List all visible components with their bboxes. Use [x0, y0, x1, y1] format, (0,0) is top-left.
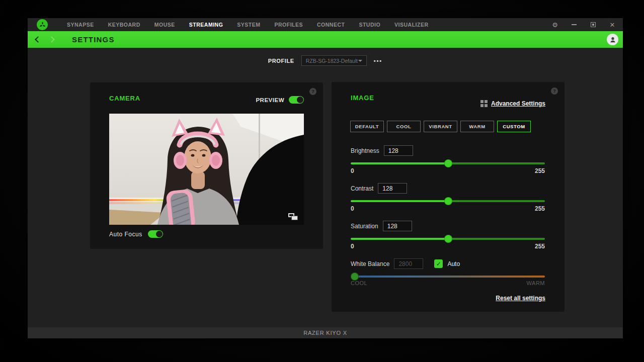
contrast-input[interactable]: [378, 183, 407, 194]
white-balance-input[interactable]: [394, 258, 423, 269]
saturation-row: Saturation: [351, 221, 412, 231]
page-title: SETTINGS: [72, 35, 115, 44]
preset-custom-button[interactable]: CUSTOM: [497, 121, 531, 132]
saturation-range: 0 255: [351, 243, 545, 250]
close-icon[interactable]: ✕: [609, 21, 616, 28]
minimize-icon[interactable]: [571, 21, 578, 28]
saturation-label: Saturation: [351, 223, 378, 230]
profile-row: PROFILE RZB-SG-1823-Default •••: [28, 55, 623, 66]
slider-knob[interactable]: [351, 273, 359, 281]
preview-toggle[interactable]: [289, 96, 304, 104]
nav-item-studio[interactable]: STUDIO: [359, 22, 380, 28]
brightness-row: Brightness: [351, 145, 413, 156]
webcam-feed-illustration: [109, 114, 304, 225]
device-name: RAZER KIYO X: [303, 330, 347, 336]
contrast-row: Contrast: [351, 183, 407, 194]
slider-knob[interactable]: [444, 235, 452, 243]
white-balance-slider[interactable]: [351, 273, 545, 281]
white-balance-range: COOL WARM: [351, 280, 545, 286]
white-balance-row: White Balance ✓ Auto: [351, 258, 460, 269]
auto-label: Auto: [447, 260, 460, 267]
nav-item-visualizer[interactable]: VISUALIZER: [394, 22, 428, 28]
toggle-knob: [297, 97, 303, 103]
camera-panel: ? CAMERA PREVIEW: [90, 82, 323, 249]
preview-label: PREVIEW: [256, 97, 284, 103]
user-avatar[interactable]: [607, 34, 618, 45]
nav-item-keyboard[interactable]: KEYBOARD: [108, 22, 140, 28]
window-controls: ⚙ ✕: [551, 18, 616, 31]
contrast-label: Contrast: [351, 185, 373, 192]
autofocus-toggle[interactable]: [148, 230, 163, 238]
white-balance-label: White Balance: [351, 260, 389, 267]
help-icon[interactable]: ?: [551, 87, 558, 95]
nav-item-system[interactable]: SYSTEM: [237, 22, 260, 28]
brightness-slider[interactable]: [351, 159, 545, 167]
preview-toggle-row: PREVIEW: [256, 96, 304, 104]
slider-knob[interactable]: [444, 159, 452, 167]
windows-logo-icon: [480, 100, 488, 107]
status-bar: RAZER KIYO X: [28, 327, 623, 338]
profile-more-button[interactable]: •••: [374, 58, 383, 64]
autofocus-row: Auto Focus: [109, 230, 163, 238]
preset-default-button[interactable]: DEFAULT: [350, 121, 384, 132]
saturation-slider[interactable]: [351, 235, 545, 243]
restore-window-icon[interactable]: [590, 21, 597, 28]
razer-synapse-window: SYNAPSE KEYBOARD MOUSE STREAMING SYSTEM …: [28, 18, 623, 338]
razer-logo-icon[interactable]: [37, 19, 48, 30]
settings-gear-icon[interactable]: ⚙: [551, 21, 558, 28]
preset-vibrant-button[interactable]: VIBRANT: [424, 121, 457, 132]
saturation-input[interactable]: [383, 221, 412, 231]
reset-all-settings-link[interactable]: Reset all settings: [496, 295, 545, 302]
help-icon[interactable]: ?: [309, 88, 316, 95]
content-area: PROFILE RZB-SG-1823-Default ••• ? CAMERA…: [28, 48, 623, 327]
razer-triskelion: [39, 21, 46, 29]
back-chevron-icon[interactable]: [35, 36, 41, 43]
main-nav: SYNAPSE KEYBOARD MOUSE STREAMING SYSTEM …: [28, 22, 429, 28]
settings-header-bar: SETTINGS: [28, 31, 623, 48]
white-balance-auto-checkbox[interactable]: ✓: [434, 259, 443, 268]
contrast-slider[interactable]: [351, 197, 545, 205]
brightness-range: 0 255: [351, 167, 545, 174]
preset-cool-button[interactable]: COOL: [387, 121, 421, 132]
preset-warm-button[interactable]: WARM: [460, 121, 494, 132]
camera-panel-title: CAMERA: [109, 95, 140, 102]
person-icon: [609, 36, 616, 43]
popout-preview-icon[interactable]: [288, 213, 298, 221]
nav-item-profiles[interactable]: PROFILES: [274, 22, 303, 28]
brightness-label: Brightness: [351, 147, 379, 154]
webcam-preview: [109, 114, 304, 225]
profile-dropdown[interactable]: RZB-SG-1823-Default: [301, 55, 367, 66]
nav-item-streaming[interactable]: STREAMING: [189, 22, 223, 28]
profile-label: PROFILE: [268, 58, 294, 64]
titlebar: SYNAPSE KEYBOARD MOUSE STREAMING SYSTEM …: [28, 18, 623, 31]
nav-item-synapse[interactable]: SYNAPSE: [67, 22, 94, 28]
nav-item-connect[interactable]: CONNECT: [317, 22, 345, 28]
autofocus-label: Auto Focus: [109, 231, 142, 238]
nav-item-mouse[interactable]: MOUSE: [154, 22, 175, 28]
image-panel: ? IMAGE Advanced Settings DEFAULT COOL V…: [332, 82, 565, 312]
chevron-down-icon: [358, 60, 362, 62]
toggle-knob: [156, 231, 163, 237]
slider-knob[interactable]: [444, 197, 452, 205]
image-panel-title: IMAGE: [351, 94, 374, 102]
forward-chevron-icon[interactable]: [48, 36, 55, 43]
advanced-settings-link[interactable]: Advanced Settings: [480, 100, 545, 107]
preset-buttons: DEFAULT COOL VIBRANT WARM CUSTOM: [350, 121, 531, 132]
brightness-input[interactable]: [384, 145, 413, 156]
profile-dropdown-value: RZB-SG-1823-Default: [306, 58, 358, 64]
contrast-range: 0 255: [351, 205, 545, 212]
